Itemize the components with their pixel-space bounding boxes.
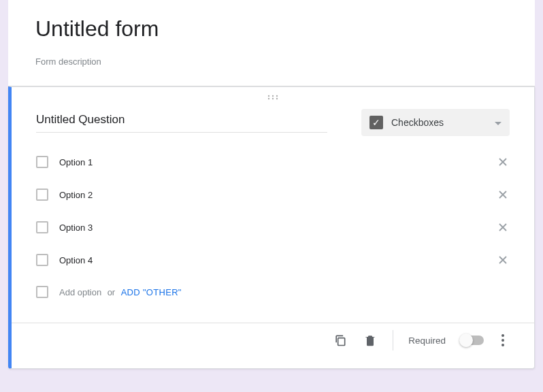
more-options-button[interactable] [499,334,507,346]
required-label: Required [408,336,446,346]
checkbox-icon [36,189,48,201]
duplicate-button[interactable] [333,333,348,348]
svg-point-3 [268,98,269,99]
option-row: Option 4 [36,253,510,267]
checkbox-type-icon: ✓ [369,116,383,129]
delete-button[interactable] [363,333,378,348]
question-type-select[interactable]: ✓ Checkboxes [361,109,510,136]
svg-point-4 [272,98,274,99]
option-row: Option 3 [36,220,510,234]
add-other-button[interactable]: ADD "OTHER" [121,287,182,297]
footer-separator [393,330,393,350]
checkbox-icon [36,286,48,298]
question-title-input[interactable]: Untitled Question [36,109,327,133]
option-label-input[interactable]: Option 1 [59,157,485,167]
svg-rect-6 [338,338,345,346]
form-title[interactable]: Untitled form [35,16,508,42]
chevron-down-icon [495,116,501,129]
svg-point-5 [276,98,278,99]
add-option-row: Add option or ADD "OTHER" [36,286,510,298]
drag-handle[interactable] [12,87,534,103]
remove-option-button[interactable] [496,253,510,267]
question-card: Untitled Question ✓ Checkboxes Option 1 [8,86,535,369]
add-or-text: or [108,287,116,297]
add-option-button[interactable]: Add option [59,287,101,297]
option-row: Option 2 [36,188,510,201]
svg-point-2 [276,95,278,97]
option-label-input[interactable]: Option 4 [59,255,485,265]
question-type-label: Checkboxes [391,117,487,128]
remove-option-button[interactable] [496,220,510,234]
checkbox-icon [36,254,48,266]
checkbox-icon [36,156,48,168]
option-row: Option 1 [36,155,510,169]
form-description[interactable]: Form description [35,56,508,67]
svg-point-0 [268,95,269,97]
toggle-knob [459,333,473,347]
checkbox-icon [36,221,48,233]
question-footer: Required [36,323,510,357]
svg-point-7 [501,334,504,337]
options-list: Option 1 Option 2 Option 3 [36,155,510,267]
option-label-input[interactable]: Option 2 [59,190,485,200]
svg-point-9 [501,344,504,346]
required-toggle[interactable] [461,336,484,345]
option-label-input[interactable]: Option 3 [59,223,485,233]
form-header-card: Untitled form Form description [8,0,535,86]
svg-point-8 [501,339,504,342]
remove-option-button[interactable] [496,188,510,201]
svg-point-1 [272,95,274,97]
remove-option-button[interactable] [496,155,510,169]
drag-icon [267,95,278,100]
